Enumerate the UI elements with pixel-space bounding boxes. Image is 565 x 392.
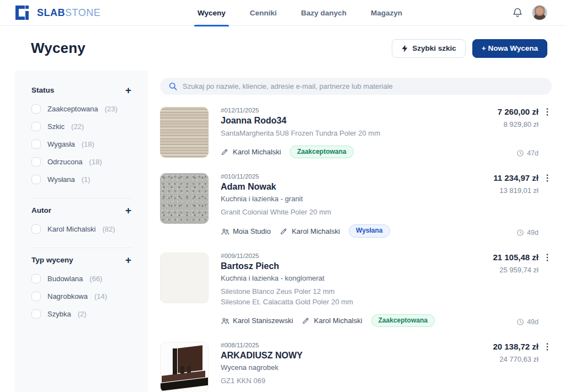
quote-price-alt: 24 770,63 zł — [499, 355, 539, 363]
checkbox[interactable] — [31, 139, 41, 149]
filter-option[interactable]: Budowlana (66) — [31, 274, 131, 283]
filter-option[interactable]: Szybka (2) — [31, 309, 131, 319]
checkbox[interactable] — [31, 104, 41, 114]
clock-icon — [516, 229, 524, 237]
clock-icon — [516, 149, 524, 157]
lightning-icon — [401, 45, 408, 52]
quote-client-name: ARKADIUSZ NOWY — [221, 351, 457, 361]
author-pencil-icon — [280, 227, 288, 235]
quote-subtitle: Wycena nagrobek — [221, 363, 457, 372]
quote-row[interactable]: #012/11/2025 Joanna Rodo34 SantaMargheri… — [160, 107, 552, 158]
quote-price-alt: 25 959,74 zł — [499, 266, 539, 274]
quote-client-name: Bartosz Piech — [221, 261, 457, 271]
filter-section-title: Status — [31, 86, 54, 94]
checkbox[interactable] — [31, 175, 41, 184]
quote-client-name: Adam Nowak — [221, 182, 457, 192]
partner-people-icon — [221, 316, 229, 325]
author-pencil-icon — [302, 316, 310, 325]
filter-section-typ-wyceny: Typ wyceny + Budowlana (66) Nagrobkowa (… — [31, 248, 131, 332]
nav-tab-magazyn[interactable]: Magazyn — [371, 0, 402, 26]
row-menu-kebab-icon[interactable]: ⋮ — [543, 173, 552, 183]
row-menu-kebab-icon[interactable]: ⋮ — [543, 342, 552, 352]
page-header: Wyceny Szybki szkic + Nowa Wycena — [0, 26, 565, 71]
status-badge: Zaakceptowana — [290, 146, 353, 159]
row-menu-kebab-icon[interactable]: ⋮ — [543, 253, 552, 262]
filter-option[interactable]: Karol Michalski (82) — [31, 224, 131, 234]
filter-section-title: Typ wyceny — [31, 256, 73, 264]
expand-plus-icon[interactable]: + — [125, 255, 131, 265]
quote-age: 49d — [516, 229, 539, 238]
brand-logo[interactable]: SLABSTONE — [15, 6, 100, 20]
slabstone-logo-icon — [15, 6, 32, 20]
material-thumbnail — [160, 253, 209, 303]
filter-section-autor: Autor + Karol Michalski (82) — [31, 198, 131, 248]
status-badge: Zaakceptowana — [371, 314, 435, 327]
expand-plus-icon[interactable]: + — [125, 85, 131, 95]
material-thumbnail — [160, 107, 209, 158]
quote-row[interactable]: #010/11/2025 Adam Nowak Kuchnia i łazien… — [160, 173, 552, 237]
checkbox[interactable] — [31, 122, 41, 131]
quote-age: 47d — [516, 149, 539, 158]
quote-author: Karol Michalski — [302, 316, 362, 325]
new-quote-button[interactable]: + Nowa Wycena — [472, 39, 547, 58]
quote-material: SantaMargherita 5U8 Frozen Tundra Poler … — [221, 128, 457, 139]
material-thumbnail — [160, 342, 209, 392]
quote-id: #012/11/2025 — [221, 107, 457, 114]
notifications-bell-icon[interactable] — [512, 7, 523, 18]
user-avatar[interactable] — [532, 5, 547, 20]
filter-option[interactable]: Wygasła (18) — [31, 139, 131, 149]
checkbox[interactable] — [31, 274, 41, 283]
quote-author: Karol Michalski — [280, 227, 340, 235]
quote-id: #008/11/2025 — [221, 342, 457, 348]
quote-price: 7 260,00 zł — [498, 107, 539, 116]
quotes-main: Szukaj po nazwie, kliencie, adresie e-ma… — [160, 71, 552, 392]
nav-tab-wyceny[interactable]: Wyceny — [198, 0, 226, 26]
filter-option[interactable]: Zaakceptowana (23) — [31, 104, 131, 114]
filter-option[interactable]: Wysłana (1) — [31, 175, 131, 184]
quote-material: Granit Colonial White Poler 20 mm — [221, 207, 457, 218]
filter-section-title: Autor — [31, 206, 51, 214]
filter-option[interactable]: Szkic (22) — [31, 122, 131, 131]
author-pencil-icon — [221, 148, 229, 156]
filter-section-status: Status + Zaakceptowana (23) Szkic (22) W… — [31, 78, 131, 198]
top-navbar: SLABSTONE Wyceny Cenniki Bazy danych Mag… — [0, 0, 565, 26]
nav-tab-bazy-danych[interactable]: Bazy danych — [301, 0, 347, 26]
quote-price: 21 105,48 zł — [493, 253, 539, 262]
quote-material: GZ1 KKN 069 — [221, 376, 457, 386]
page-title: Wyceny — [31, 40, 86, 57]
quote-client-name: Joanna Rodo34 — [221, 116, 457, 126]
quote-subtitle: Kuchnia i łazienka - granit — [221, 195, 457, 203]
quote-price: 20 138,72 zł — [493, 342, 539, 351]
quote-partner: Karol Staniszewski — [221, 316, 293, 325]
filter-option[interactable]: Nagrobkowa (14) — [31, 292, 131, 301]
checkbox[interactable] — [31, 157, 41, 167]
quote-partner: Moia Studio — [221, 227, 271, 235]
partner-people-icon — [221, 227, 229, 235]
search-icon — [169, 82, 177, 90]
quote-id: #009/11/2025 — [221, 253, 457, 259]
quote-material: Silestone Blanco Zeus Poler 12 mm — [221, 287, 457, 297]
quote-id: #010/11/2025 — [221, 173, 457, 180]
brand-name: SLABSTONE — [37, 7, 100, 19]
quote-price-alt: 13 819,01 zł — [499, 186, 539, 195]
quick-sketch-button[interactable]: Szybki szkic — [392, 39, 466, 58]
filters-sidebar: Status + Zaakceptowana (23) Szkic (22) W… — [15, 71, 148, 392]
expand-plus-icon[interactable]: + — [125, 205, 131, 216]
checkbox[interactable] — [31, 292, 41, 301]
quote-material: Silestone Et. Calacatta Gold Poler 20 mm — [221, 297, 457, 308]
search-placeholder: Szukaj po nazwie, kliencie, adresie e-ma… — [183, 82, 393, 90]
nav-tab-cenniki[interactable]: Cenniki — [250, 0, 277, 26]
quote-price: 11 234,97 zł — [493, 173, 539, 182]
quote-price-alt: 8 929,80 zł — [503, 120, 539, 128]
row-menu-kebab-icon[interactable]: ⋮ — [543, 107, 552, 117]
clock-icon — [516, 318, 524, 326]
quote-row[interactable]: #008/11/2025 ARKADIUSZ NOWY Wycena nagro… — [160, 342, 552, 392]
search-input[interactable]: Szukaj po nazwie, kliencie, adresie e-ma… — [160, 78, 552, 95]
quote-author: Karol Michalski — [221, 148, 281, 156]
quote-age: 49d — [516, 318, 539, 327]
quote-list: #012/11/2025 Joanna Rodo34 SantaMargheri… — [160, 107, 552, 392]
checkbox[interactable] — [31, 309, 41, 319]
quote-row[interactable]: #009/11/2025 Bartosz Piech Kuchnia i łaz… — [160, 253, 552, 327]
checkbox[interactable] — [31, 224, 41, 234]
filter-option[interactable]: Odrzucona (18) — [31, 157, 131, 167]
